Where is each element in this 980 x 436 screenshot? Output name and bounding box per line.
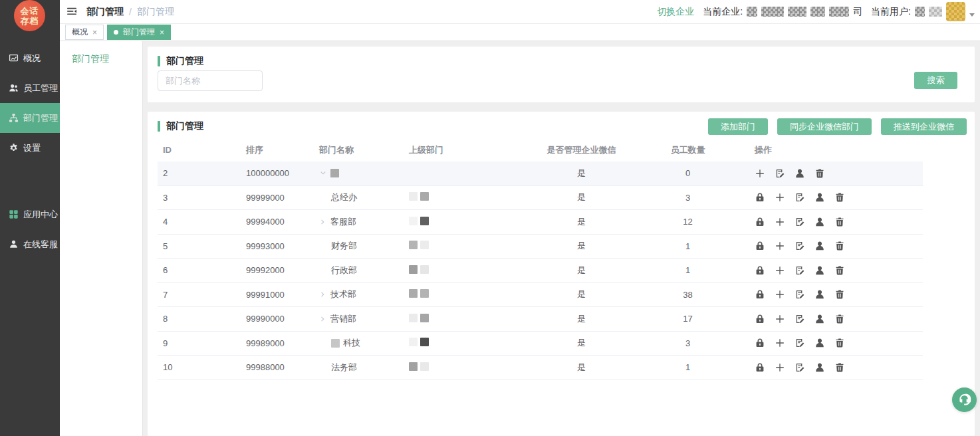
sidebar-item-settings[interactable]: 设置: [0, 133, 60, 163]
delete-department-icon[interactable]: [834, 217, 845, 227]
tab-close-icon[interactable]: ×: [92, 28, 97, 37]
sidebar-item-label: 部门管理: [23, 112, 58, 124]
search-button[interactable]: 搜索: [914, 72, 957, 89]
tab-label: 概况: [72, 27, 88, 38]
cell-parent-department: [404, 289, 537, 300]
lock-icon[interactable]: [755, 192, 765, 203]
redacted-parent-block: [409, 241, 418, 249]
add-department-button[interactable]: 添加部门: [708, 118, 768, 135]
delete-department-icon[interactable]: [834, 192, 845, 203]
sync-wecom-departments-button[interactable]: 同步企业微信部门: [777, 118, 872, 135]
sidebar-item-departments[interactable]: 部门管理: [0, 103, 60, 133]
card-title-text: 部门管理: [166, 55, 203, 67]
redacted-parent-block: [409, 362, 418, 371]
add-sub-department-icon[interactable]: [775, 338, 785, 348]
department-members-icon[interactable]: [814, 265, 825, 276]
customer-service-fab[interactable]: [952, 387, 977, 412]
table-row: 899990000营销部是17: [158, 307, 923, 332]
lock-icon[interactable]: [755, 362, 765, 373]
cell-employee-count: 17: [626, 314, 749, 324]
lock-icon[interactable]: [755, 241, 765, 251]
department-members-icon[interactable]: [795, 168, 805, 179]
top-header: 部门管理 / 部门管理 切换企业 当前企业: 司 当前用户:: [60, 0, 980, 24]
tab-overview[interactable]: 概况 ×: [65, 25, 104, 40]
add-sub-department-icon[interactable]: [775, 362, 785, 373]
delete-department-icon[interactable]: [834, 241, 845, 251]
expand-row-icon[interactable]: [319, 290, 327, 298]
redacted-company-name: [810, 7, 825, 17]
sidebar-item-overview[interactable]: 概况: [0, 43, 60, 73]
department-name-text: 总经办: [331, 191, 357, 203]
department-members-icon[interactable]: [814, 362, 825, 373]
lock-icon[interactable]: [755, 217, 765, 227]
lock-icon[interactable]: [755, 314, 765, 324]
collapse-row-icon[interactable]: [319, 169, 327, 177]
user-avatar[interactable]: [946, 2, 965, 21]
add-sub-department-icon[interactable]: [775, 192, 785, 203]
main-sidebar: 会话 存档 概况 员工管理 部门管理 设置 应用中心: [0, 0, 60, 436]
department-members-icon[interactable]: [814, 314, 825, 324]
add-sub-department-icon[interactable]: [775, 265, 785, 276]
edit-department-icon[interactable]: [795, 362, 805, 373]
push-to-wecom-button[interactable]: 推送到企业微信: [881, 118, 967, 135]
department-name-input[interactable]: [158, 70, 263, 91]
department-members-icon[interactable]: [814, 241, 825, 251]
department-members-icon[interactable]: [814, 289, 825, 300]
add-sub-department-icon[interactable]: [775, 217, 785, 227]
expand-row-icon[interactable]: [319, 315, 327, 323]
edit-department-icon[interactable]: [795, 192, 805, 203]
cell-parent-department: [404, 265, 537, 276]
collapse-menu-icon[interactable]: [66, 6, 78, 18]
current-user[interactable]: 当前用户:: [871, 2, 975, 21]
edit-department-icon[interactable]: [775, 168, 785, 179]
department-members-icon[interactable]: [814, 217, 825, 227]
switch-company-link[interactable]: 切换企业: [657, 6, 694, 18]
lock-icon[interactable]: [755, 289, 765, 300]
delete-department-icon[interactable]: [834, 338, 845, 348]
redacted-parent-block: [420, 338, 429, 346]
expand-row-icon[interactable]: [319, 218, 327, 226]
department-members-icon[interactable]: [814, 338, 825, 348]
edit-department-icon[interactable]: [795, 241, 805, 251]
cell-sort: 99989000: [241, 338, 314, 348]
cell-parent-department: [404, 241, 537, 251]
submenu-item-departments[interactable]: 部门管理: [60, 41, 142, 65]
redacted-parent-block: [409, 314, 418, 322]
cell-sort: 99988000: [241, 362, 314, 372]
delete-department-icon[interactable]: [834, 289, 845, 300]
sidebar-item-app-center[interactable]: 应用中心: [0, 199, 60, 229]
sidebar-item-online-support[interactable]: 在线客服: [0, 229, 60, 259]
add-sub-department-icon[interactable]: [775, 241, 785, 251]
edit-department-icon[interactable]: [795, 217, 805, 227]
add-sub-department-icon[interactable]: [755, 168, 765, 179]
edit-department-icon[interactable]: [795, 314, 805, 324]
delete-department-icon[interactable]: [834, 314, 845, 324]
cell-id: 10: [158, 362, 241, 372]
edit-department-icon[interactable]: [795, 265, 805, 276]
title-accent-bar: [158, 56, 160, 66]
redacted-company-name: [829, 7, 849, 17]
breadcrumb-item[interactable]: 部门管理: [86, 6, 124, 18]
cell-operations: [749, 217, 923, 227]
cell-operations: [749, 362, 923, 373]
delete-department-icon[interactable]: [814, 168, 825, 179]
sidebar-item-label: 设置: [23, 142, 41, 154]
sidebar-item-employees[interactable]: 员工管理: [0, 73, 60, 103]
department-management-page: 会话 存档 概况 员工管理 部门管理 设置 应用中心: [0, 0, 980, 436]
tab-departments[interactable]: 部门管理 ×: [107, 25, 171, 40]
tab-close-icon[interactable]: ×: [160, 28, 164, 37]
edit-department-icon[interactable]: [795, 289, 805, 300]
delete-department-icon[interactable]: [834, 362, 845, 373]
delete-department-icon[interactable]: [834, 265, 845, 276]
add-sub-department-icon[interactable]: [775, 289, 785, 300]
edit-department-icon[interactable]: [795, 338, 805, 348]
lock-icon[interactable]: [755, 338, 765, 348]
cell-sort: 99990000: [241, 314, 314, 324]
cell-id: 3: [158, 193, 241, 203]
department-members-icon[interactable]: [814, 192, 825, 203]
support-icon: [9, 239, 19, 249]
redacted-company-name: [761, 7, 784, 17]
user-menu-caret-icon[interactable]: [969, 13, 975, 17]
add-sub-department-icon[interactable]: [775, 314, 785, 324]
lock-icon[interactable]: [755, 265, 765, 276]
